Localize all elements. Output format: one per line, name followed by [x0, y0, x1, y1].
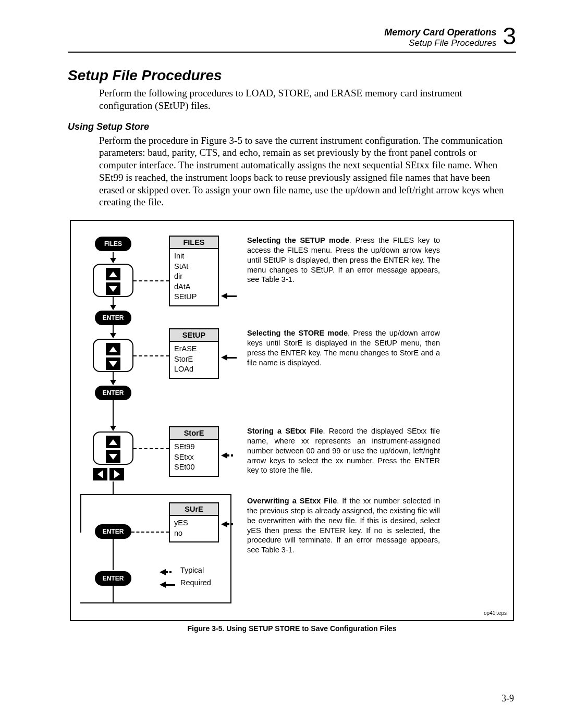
arrow-down-icon: [106, 282, 120, 295]
pointer-typical-icon: [221, 452, 227, 459]
page-number: 3-9: [501, 693, 514, 704]
menu-item: Init: [174, 251, 214, 262]
arrow-down-icon: [106, 357, 120, 370]
menu-item: dir: [174, 272, 214, 282]
legend-typical: Typical: [180, 566, 204, 574]
pointer-typical-icon: [221, 521, 227, 527]
section-title: Setup File Procedures: [68, 67, 516, 84]
connector: [113, 586, 114, 602]
connector: [113, 400, 114, 430]
menu-files: FILES Init StAt dir dAtA SEtUP: [169, 236, 219, 306]
files-key: FILES: [95, 237, 131, 251]
chapter-number: 3: [503, 26, 516, 46]
figure-caption: Figure 3-5. Using SETUP STORE to Save Co…: [68, 624, 516, 633]
connector: [113, 539, 114, 570]
menu-item: LOAd: [174, 364, 214, 375]
subheading: Using Setup Store: [68, 121, 516, 132]
menu-title: SEtUP: [170, 329, 218, 342]
header-title: Memory Card Operations: [384, 27, 496, 38]
sub-paragraph: Perform the procedure in Figure 3-5 to s…: [99, 134, 516, 209]
menu-item: SEtxx: [174, 452, 214, 463]
desc-setup-mode: Selecting the SETUP mode. Press the FILE…: [247, 236, 440, 285]
menu-setup: SEtUP ErASE StorE LOAd: [169, 328, 219, 379]
menu-store: StorE SEt99 SEtxx SEt00: [169, 426, 219, 477]
menu-item: StorE: [174, 354, 214, 365]
intro-paragraph: Perform the following procedures to LOAD…: [99, 87, 516, 112]
menu-sure: SUrE yES no: [169, 502, 219, 542]
desc-storing-file: Storing a SEtxx File. Record the display…: [247, 426, 440, 475]
connector-dashed: [133, 448, 169, 449]
connector: [113, 252, 114, 263]
eps-filename: op41f.eps: [484, 610, 507, 616]
menu-item: StAt: [174, 262, 214, 272]
arrow-up-icon: [106, 343, 120, 355]
menu-item: ErASE: [174, 344, 214, 354]
menu-item: SEt00: [174, 462, 214, 473]
figure-frame: FILES FILES Init StAt dir dAtA SEtUP ENT…: [70, 220, 514, 621]
connector: [80, 494, 81, 533]
arrow-up-icon: [106, 436, 120, 448]
pointer-typical-icon: [160, 569, 166, 575]
arrow-down-icon: [106, 450, 120, 463]
connector-dashed: [133, 280, 169, 281]
menu-item: SEtUP: [174, 292, 214, 302]
connector-dashed: [133, 355, 169, 356]
menu-item: no: [174, 528, 214, 539]
connector: [230, 494, 231, 603]
menu-title: StorE: [170, 427, 218, 440]
menu-item: dAtA: [174, 282, 214, 292]
menu-title: SUrE: [170, 503, 218, 516]
horiz-rail: [80, 494, 231, 495]
connector-dashed: [131, 532, 169, 533]
arrow-up-icon: [106, 268, 120, 280]
desc-overwriting-file: Overwriting a SEtxx File. If the xx numb…: [247, 496, 440, 555]
enter-key: ENTER: [95, 524, 131, 539]
enter-key: ENTER: [95, 386, 131, 400]
desc-store-mode: Selecting the STORE mode. Press the up/d…: [247, 328, 440, 367]
connector: [113, 482, 114, 494]
pointer-required-icon: [221, 293, 227, 299]
menu-item: yES: [174, 518, 214, 528]
enter-key: ENTER: [95, 311, 131, 325]
menu-item: SEt99: [174, 442, 214, 452]
arrow-right-icon: [109, 468, 124, 480]
pointer-required-icon: [221, 354, 227, 361]
menu-title: FILES: [170, 237, 218, 249]
enter-key: ENTER: [95, 571, 131, 586]
pointer-required-icon: [160, 582, 166, 588]
page-header: Memory Card Operations Setup File Proced…: [68, 26, 516, 48]
connector: [113, 372, 114, 385]
connector: [113, 297, 114, 310]
legend-required: Required: [180, 578, 211, 587]
header-subtitle: Setup File Procedures: [384, 38, 496, 48]
arrow-left-icon: [93, 468, 107, 480]
connector: [113, 325, 114, 338]
header-rule: [68, 52, 516, 53]
horiz-rail: [80, 602, 231, 603]
